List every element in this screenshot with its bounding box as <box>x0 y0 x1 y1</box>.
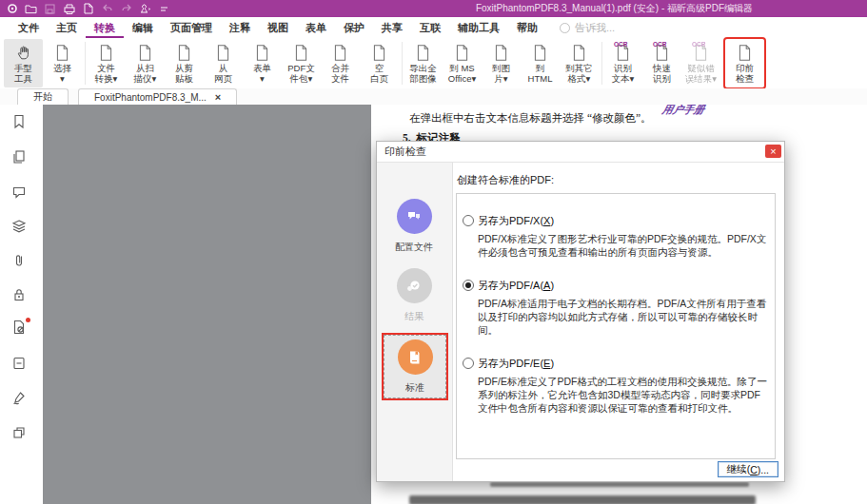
tool-label: 从扫 描仪▾ <box>134 63 157 84</box>
menu-form[interactable]: 表单 <box>297 17 335 38</box>
tab-document[interactable]: FoxitPhantomPDF8.3_M... <box>78 88 237 105</box>
select-tool-button[interactable]: 选择 ▾ <box>43 39 82 87</box>
tool-label: 空 白页 <box>370 63 388 84</box>
radio-icon[interactable] <box>463 280 474 291</box>
menu-file[interactable]: 文件 <box>10 17 48 38</box>
to-image-button[interactable]: 到图 片▾ <box>482 39 521 87</box>
menu-bar: 文件主页转换编辑页面管理注释视图表单保护共享互联辅助工具帮助 告诉我... <box>0 17 867 38</box>
menu-edit[interactable]: 编辑 <box>124 17 162 38</box>
tool-label: 从 网页 <box>214 63 232 84</box>
search-placeholder: 告诉我... <box>575 21 615 35</box>
tool-icon <box>54 43 70 63</box>
option-label: 另存为PDF/X(X) <box>478 215 554 226</box>
redo-icon[interactable] <box>120 3 132 15</box>
foxit-logo <box>6 3 18 15</box>
bookmarks-icon[interactable] <box>11 114 29 131</box>
blank-page-button[interactable]: 空 白页 <box>360 39 399 87</box>
to-ms-office-button[interactable]: 到 MS Office▾ <box>443 39 482 87</box>
print-icon[interactable] <box>63 3 75 15</box>
articles-icon[interactable] <box>11 425 29 442</box>
create-pdf-icon[interactable] <box>82 3 94 15</box>
hand-tool-button[interactable]: 手型 工具 <box>4 39 43 87</box>
option-pdf-e[interactable]: 另存为PDF/E(E) PDF/E标准定义了PDF格式的工程文档的使用和交换规范… <box>457 357 775 415</box>
tool-icon: OCR <box>615 43 631 63</box>
combine-files-button[interactable]: 合并 文件 <box>321 39 360 87</box>
menu-accessibility[interactable]: 辅助工具 <box>449 17 508 38</box>
tab-label: 开始 <box>33 90 52 104</box>
tool-icon: OCR <box>654 43 670 63</box>
tool-label: 印前 检查 <box>736 63 754 84</box>
tool-label: 合并 文件 <box>331 63 349 84</box>
option-description: PDF/E标准定义了PDF格式的工程文档的使用和交换规范。除了一系列的标注外，它… <box>478 375 767 415</box>
blurred-text-line <box>490 482 749 487</box>
radio-icon[interactable] <box>463 358 474 369</box>
preflight-dialog: 印前检查 配置文件 结果 标准 创建符合标 <box>376 141 785 482</box>
from-webpage-button[interactable]: 从 网页 <box>204 39 243 87</box>
from-clipboard-button[interactable]: 从剪 贴板 <box>165 39 204 87</box>
menu-organize[interactable]: 页面管理 <box>162 17 221 38</box>
undo-icon[interactable] <box>101 3 113 15</box>
tool-icon <box>215 43 231 63</box>
menu-help[interactable]: 帮助 <box>508 17 546 38</box>
window-title: FoxitPhantomPDF8.3_Manual(1).pdf (安全) - … <box>362 2 867 15</box>
tool-label: 手型 工具 <box>14 63 32 84</box>
ocr-suspect-results-button[interactable]: OCR 疑似错 误结果▾ <box>681 39 720 87</box>
form-fields-icon[interactable] <box>11 356 29 373</box>
nav-label: 配置文件 <box>384 241 444 254</box>
comments-icon[interactable] <box>11 184 29 202</box>
tool-icon <box>254 43 270 63</box>
menu-view[interactable]: 视图 <box>259 17 297 38</box>
tool-icon <box>15 43 32 63</box>
layers-icon[interactable] <box>11 219 29 236</box>
from-scanner-button[interactable]: 从扫 描仪▾ <box>126 39 165 87</box>
stamp-icon[interactable] <box>139 3 151 15</box>
menu-connect[interactable]: 互联 <box>411 17 449 38</box>
dialog-nav-results[interactable]: 结果 <box>384 263 444 327</box>
radio-icon[interactable] <box>463 215 474 226</box>
pdf-portfolio-button[interactable]: PDF文 件包▾ <box>282 39 321 87</box>
export-all-images-button[interactable]: 导出全 部图像 <box>404 39 443 87</box>
option-pdf-x[interactable]: 另存为PDF/X(X) PDF/X标准定义了图形艺术行业可靠的PDF交换的规范。… <box>457 214 775 259</box>
page-thumbnails-icon[interactable] <box>11 149 29 166</box>
option-description: PDF/A标准适用于电子文档的长期存档。PDF/A文件所有用于查看以及打印的内容… <box>478 297 767 337</box>
tab-start[interactable]: 开始 <box>17 88 69 105</box>
tell-me-search[interactable]: 告诉我... <box>560 21 615 35</box>
dialog-title: 印前检查 <box>384 145 426 159</box>
menu-share[interactable]: 共享 <box>373 17 411 38</box>
tool-label: 导出全 部图像 <box>409 63 437 84</box>
dialog-nav-profiles[interactable]: 配置文件 <box>384 194 444 258</box>
dialog-close-button[interactable] <box>765 145 781 158</box>
menu-protect[interactable]: 保护 <box>335 17 373 38</box>
option-description: PDF/X标准定义了图形艺术行业可靠的PDF交换的规范。PDF/X文件必须包含可… <box>478 232 767 259</box>
ink-signatures-icon[interactable] <box>11 390 29 407</box>
ocr-quick-recognize-button[interactable]: OCR 快速 识别 <box>642 39 681 87</box>
menu-comment[interactable]: 注释 <box>221 17 259 38</box>
save-icon[interactable] <box>44 3 56 15</box>
open-folder-icon[interactable] <box>25 3 37 15</box>
menu-home[interactable]: 主页 <box>48 17 86 38</box>
attachments-icon[interactable] <box>11 253 29 270</box>
document-tab-bar: 开始 FoxitPhantomPDF8.3_M... <box>0 88 867 105</box>
tool-label: 文件 转换▾ <box>95 63 118 84</box>
dialog-nav-panel: 配置文件 结果 标准 <box>377 163 453 481</box>
tool-icon: OCR <box>693 43 709 63</box>
nav-label: 标准 <box>384 381 445 395</box>
dialog-nav-standards[interactable]: 标准 <box>384 335 446 398</box>
digital-signatures-icon[interactable] <box>11 320 29 337</box>
form-button[interactable]: 表单 ▾ <box>243 39 282 87</box>
customize-toolbar-icon[interactable] <box>158 3 170 15</box>
tool-label: 到 MS Office▾ <box>448 63 476 84</box>
tab-close-icon[interactable] <box>215 92 221 103</box>
security-icon[interactable] <box>11 287 29 304</box>
option-pdf-a[interactable]: 另存为PDF/A(A) PDF/A标准适用于电子文档的长期存档。PDF/A文件所… <box>457 279 775 337</box>
to-other-format-button[interactable]: 到其它 格式▾ <box>560 39 599 87</box>
tool-icon <box>176 43 192 63</box>
tool-icon <box>493 43 509 63</box>
ocr-recognize-text-button[interactable]: OCR 识别 文本▾ <box>603 39 642 87</box>
to-html-button[interactable]: 到 HTML <box>521 39 560 87</box>
menu-convert[interactable]: 转换 <box>86 17 124 38</box>
preflight-button[interactable]: 印前 检查 <box>725 39 764 87</box>
continue-button[interactable]: 继续(C)... <box>718 461 778 477</box>
file-convert-button[interactable]: 文件 转换▾ <box>87 39 126 87</box>
dialog-title-bar[interactable]: 印前检查 <box>377 142 784 163</box>
